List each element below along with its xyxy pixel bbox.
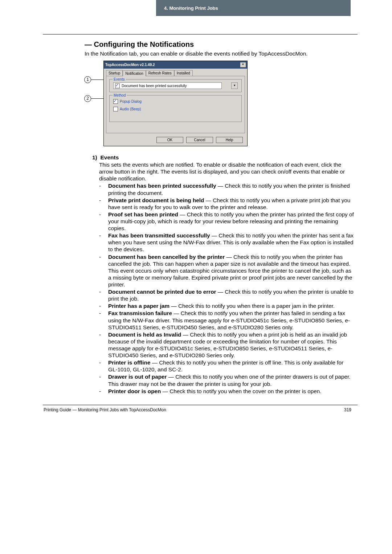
list-item: Document has been printed successfully —… [99,182,354,196]
event-selected-text: Document has been printed successfully [122,84,187,88]
tab-startup[interactable]: Startup [106,70,123,76]
dropdown-icon[interactable]: ▾ [231,82,238,89]
method-group: Method Popup Dialog Audio (Beep) [109,95,242,122]
list-item: Printer is offline — Check this to notif… [99,359,354,373]
events-group-title: Events [113,77,126,81]
tab-installed[interactable]: Installed [174,70,193,76]
events-group: Events Document has been printed success… [109,79,242,92]
chapter-title: 4. Monitoring Print Jobs [164,5,218,11]
list-item: Printer has a paper jam — Check this to … [99,302,354,309]
events-combobox[interactable]: Document has been printed successfully [113,82,222,89]
footer-left: Printing Guide — Monitoring Print Jobs w… [44,407,166,412]
list-item: Document is held as Invalid — Check this… [99,331,354,359]
callout-line-1 [91,80,104,80]
popup-label: Popup Dialog [120,99,142,103]
footer-rule [43,405,358,405]
dialog-titlebar: TopAccessDocMon v2.1.49.2 × [104,61,247,69]
list-item: Fax has been transmitted successfully — … [99,232,354,253]
callout-1: 1 [84,76,104,83]
events-description: This sets the events which are notified.… [99,161,354,182]
section-title: — Configuring the Notifications [85,40,354,49]
list-item: Drawer is out of paper — Check this to n… [99,373,354,387]
list-item: Fax transmission failure — Check this to… [99,310,354,330]
close-icon[interactable]: × [240,62,246,67]
footer-page-number: 319 [344,407,351,412]
list-item: Private print document is being held — C… [99,197,354,211]
callout-2: 2 [84,95,104,102]
dialog-tabs: Startup Notification Refresh Rates Insta… [106,70,245,76]
list-item: Proof set has been printed — Check this … [99,211,354,232]
events-number: 1) [92,154,97,160]
top-rule [43,34,358,34]
callout-line-2 [91,98,104,99]
events-label: Events [100,154,119,160]
callout-number-2: 2 [84,95,91,102]
events-heading: 1) Events [92,154,354,161]
cancel-button[interactable]: Cancel [186,137,213,143]
ok-button[interactable]: OK [156,137,183,143]
event-checkbox[interactable] [115,83,120,88]
footer: Printing Guide — Monitoring Print Jobs w… [0,405,392,412]
callout-number-1: 1 [84,76,91,83]
help-button[interactable]: Help [216,137,243,143]
audio-label: Audio (Beep) [120,107,141,111]
list-item: Document has been cancelled by the print… [99,253,354,288]
tab-refresh-rates[interactable]: Refresh Rates [146,70,174,76]
tab-notification[interactable]: Notification [123,70,146,76]
dialog-window: TopAccessDocMon v2.1.49.2 × Startup Noti… [103,61,248,146]
audio-checkbox[interactable] [113,107,118,111]
events-list: Document has been printed successfully —… [99,182,354,394]
dialog-figure: 1 2 TopAccessDocMon v2.1.49.2 × Startup … [93,61,245,146]
method-group-title: Method [113,93,127,97]
intro-paragraph: In the Notification tab, you can enable … [85,50,354,57]
list-item: Document cannot be printed due to error … [99,288,354,302]
popup-checkbox[interactable] [113,99,118,104]
chapter-header: 4. Monitoring Print Jobs [156,0,351,16]
dialog-title-text: TopAccessDocMon v2.1.49.2 [105,63,155,67]
list-item: Printer door is open — Check this to not… [99,388,354,395]
